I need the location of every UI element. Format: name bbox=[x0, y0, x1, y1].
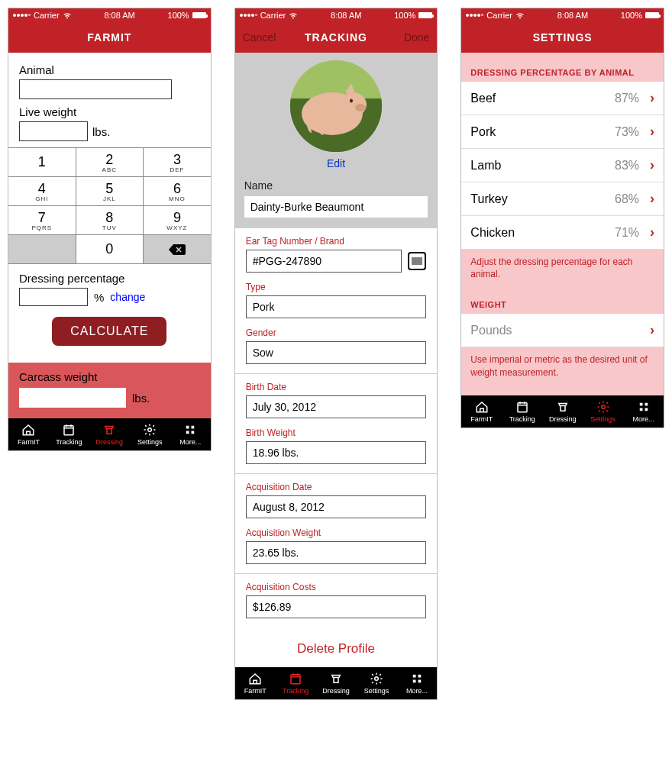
svg-rect-2 bbox=[186, 426, 189, 429]
eartag-label: Ear Tag Number / Brand bbox=[246, 236, 427, 247]
calendar-icon bbox=[288, 672, 303, 686]
screen-tracking: Carrier 8:08 AM 100% Cancel TRACKING Don… bbox=[234, 8, 438, 700]
tab-farmit[interactable]: FarmIT bbox=[8, 418, 49, 450]
dressing-footnote: Adjust the dressing percentage for each … bbox=[461, 250, 664, 292]
dressing-row-lamb[interactable]: Lamb 83% › bbox=[461, 149, 664, 182]
key-9[interactable]: 9WXYZ bbox=[144, 206, 211, 235]
gender-label: Gender bbox=[246, 327, 427, 338]
status-bar: Carrier 8:08 AM 100% bbox=[8, 8, 211, 22]
barn-icon bbox=[474, 400, 489, 414]
key-2[interactable]: 2ABC bbox=[76, 148, 144, 177]
svg-rect-23 bbox=[645, 408, 648, 411]
key-7[interactable]: 7PQRS bbox=[8, 206, 76, 235]
key-0[interactable]: 0 bbox=[76, 235, 144, 264]
svg-rect-18 bbox=[518, 403, 527, 412]
screen-farmit: Carrier 8:08 AM 100% FARMIT Animal Live … bbox=[8, 8, 212, 451]
animal-input[interactable] bbox=[19, 79, 172, 99]
birth-weight-input[interactable] bbox=[246, 441, 427, 464]
dressing-row-chicken[interactable]: Chicken 71% › bbox=[461, 216, 664, 250]
svg-rect-22 bbox=[639, 408, 642, 411]
gear-icon bbox=[142, 423, 157, 437]
key-4[interactable]: 4GHI bbox=[8, 177, 76, 206]
calendar-icon bbox=[61, 423, 76, 437]
svg-rect-16 bbox=[413, 680, 416, 683]
nav-bar: FARMIT bbox=[8, 22, 211, 53]
tab-farmit[interactable]: FarmIT bbox=[235, 667, 276, 699]
delete-profile-button[interactable]: Delete Profile bbox=[235, 634, 438, 667]
tab-dressing[interactable]: Dressing bbox=[542, 395, 583, 427]
chevron-right-icon: › bbox=[650, 124, 654, 140]
tab-bar: FarmIT Tracking Dressing Settings More..… bbox=[461, 395, 664, 427]
tab-bar: FarmIT Tracking Dressing Settings More..… bbox=[8, 418, 211, 450]
calculate-button[interactable]: CALCULATE bbox=[52, 317, 166, 346]
dressing-row-beef[interactable]: Beef 87% › bbox=[461, 82, 664, 115]
dressing-row-pork[interactable]: Pork 73% › bbox=[461, 115, 664, 149]
eartag-input[interactable] bbox=[246, 250, 402, 273]
key-5[interactable]: 5JKL bbox=[76, 177, 144, 206]
key-8[interactable]: 8TUV bbox=[76, 206, 144, 235]
tab-settings[interactable]: Settings bbox=[583, 395, 623, 427]
animal-label: Animal bbox=[19, 63, 200, 76]
cancel-button[interactable]: Cancel bbox=[235, 22, 284, 53]
dressing-pct-input[interactable] bbox=[19, 288, 88, 306]
change-link[interactable]: change bbox=[110, 291, 145, 303]
svg-rect-5 bbox=[192, 431, 195, 434]
done-button[interactable]: Done bbox=[396, 22, 437, 53]
animal-name: Turkey bbox=[470, 192, 507, 206]
tab-tracking[interactable]: Tracking bbox=[276, 667, 316, 699]
status-bar: Carrier 8:08 AM 100% bbox=[461, 8, 664, 22]
tab-tracking[interactable]: Tracking bbox=[502, 395, 542, 427]
battery-icon bbox=[418, 12, 432, 18]
tab-settings[interactable]: Settings bbox=[356, 667, 396, 699]
live-weight-input[interactable] bbox=[19, 121, 88, 141]
tab-dressing[interactable]: Dressing bbox=[89, 418, 130, 450]
type-input[interactable] bbox=[246, 295, 427, 318]
scan-barcode-button[interactable] bbox=[408, 252, 426, 270]
tab-farmit[interactable]: FarmIT bbox=[461, 395, 502, 427]
tab-more[interactable]: More... bbox=[623, 395, 664, 427]
key-blank bbox=[8, 235, 76, 264]
gender-input[interactable] bbox=[246, 341, 427, 364]
edit-photo-link[interactable]: Edit bbox=[327, 157, 345, 169]
chevron-right-icon: › bbox=[650, 224, 654, 240]
tab-dressing[interactable]: Dressing bbox=[316, 667, 357, 699]
calendar-icon bbox=[515, 400, 530, 414]
screen-settings: Carrier 8:08 AM 100% SETTINGS DRESSING P… bbox=[460, 8, 664, 428]
key-3[interactable]: 3DEF bbox=[144, 148, 211, 177]
key-1[interactable]: 1 bbox=[8, 148, 76, 177]
tab-tracking[interactable]: Tracking bbox=[49, 418, 89, 450]
acq-weight-input[interactable] bbox=[246, 541, 427, 564]
page-title: SETTINGS bbox=[533, 31, 593, 44]
tab-more[interactable]: More... bbox=[396, 667, 437, 699]
weight-unit-value: Pounds bbox=[470, 324, 512, 337]
battery-icon bbox=[192, 12, 206, 18]
chevron-right-icon: › bbox=[650, 322, 654, 338]
chevron-right-icon: › bbox=[650, 157, 654, 173]
grid-icon bbox=[409, 672, 425, 686]
weight-unit-row[interactable]: Pounds › bbox=[461, 314, 664, 347]
acq-costs-input[interactable] bbox=[246, 595, 427, 618]
section-header-dressing: DRESSING PERCENTAGE BY ANIMAL bbox=[461, 53, 664, 82]
dressing-row-turkey[interactable]: Turkey 68% › bbox=[461, 182, 664, 216]
acq-date-input[interactable] bbox=[246, 495, 427, 518]
name-input[interactable] bbox=[244, 196, 428, 218]
tab-settings[interactable]: Settings bbox=[130, 418, 170, 450]
svg-rect-17 bbox=[418, 680, 421, 683]
birth-date-input[interactable] bbox=[246, 395, 427, 418]
acq-weight-label: Acquisition Weight bbox=[246, 528, 427, 538]
gear-icon bbox=[596, 400, 611, 414]
unit-lbs-2: lbs. bbox=[132, 392, 150, 405]
nav-bar: Cancel TRACKING Done bbox=[235, 22, 438, 53]
page-title: FARMIT bbox=[87, 31, 131, 44]
key-backspace[interactable] bbox=[144, 235, 211, 264]
profile-photo[interactable] bbox=[290, 60, 382, 152]
carrier-label: Carrier bbox=[34, 11, 60, 20]
svg-rect-3 bbox=[192, 426, 195, 429]
birth-date-label: Birth Date bbox=[246, 382, 427, 392]
key-6[interactable]: 6MNO bbox=[144, 177, 211, 206]
weight-footnote: Use imperial or metric as the desired un… bbox=[461, 347, 664, 395]
scale-icon bbox=[555, 400, 570, 414]
tab-more[interactable]: More... bbox=[170, 418, 211, 450]
animal-pct: 87% bbox=[615, 92, 639, 105]
acq-costs-label: Acquisition Costs bbox=[246, 582, 427, 592]
